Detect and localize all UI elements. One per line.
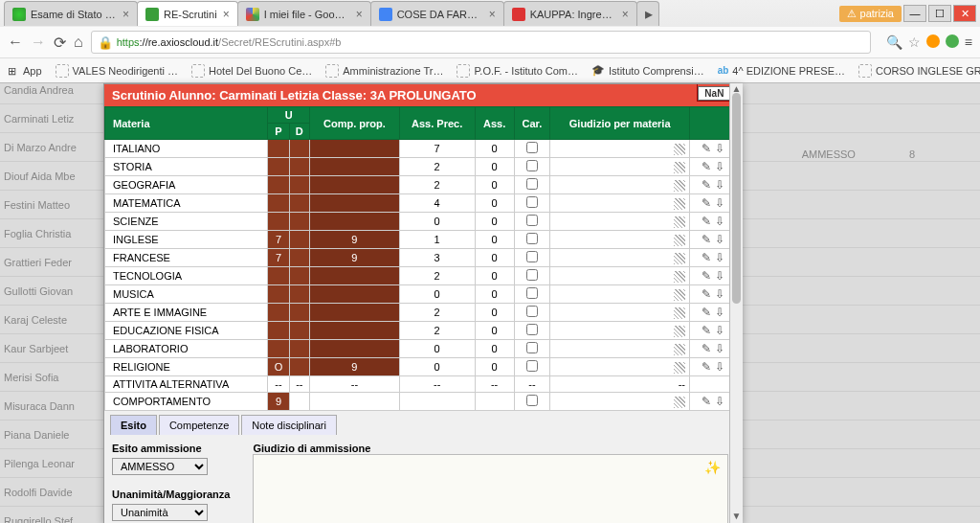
d-cell[interactable] xyxy=(289,249,310,267)
p-cell[interactable] xyxy=(268,140,289,158)
pencil-icon[interactable]: ✎ xyxy=(702,142,711,155)
p-cell[interactable] xyxy=(268,304,289,322)
p-cell[interactable]: 7 xyxy=(268,249,289,267)
d-cell[interactable] xyxy=(289,213,310,231)
comp-prop-cell[interactable] xyxy=(310,194,400,213)
car-cell[interactable] xyxy=(514,176,550,194)
tab-esito[interactable]: Esito xyxy=(110,415,157,435)
browser-tab-0[interactable]: Esame di Stato - Secondo× xyxy=(4,1,138,26)
comp-prop-cell[interactable] xyxy=(310,340,400,358)
carenza-checkbox[interactable] xyxy=(526,178,538,190)
carenza-checkbox[interactable] xyxy=(526,233,538,244)
arrow-down-icon[interactable]: ⇩ xyxy=(715,306,724,319)
d-cell[interactable] xyxy=(289,267,310,285)
carenza-checkbox[interactable] xyxy=(526,306,538,317)
arrow-down-icon[interactable]: ⇩ xyxy=(715,160,724,173)
arrow-down-icon[interactable]: ⇩ xyxy=(715,233,724,246)
tab-note-disciplinari[interactable]: Note disciplinari xyxy=(241,415,337,435)
reload-button[interactable]: ⟳ xyxy=(54,34,66,52)
comp-prop-cell[interactable] xyxy=(310,322,400,340)
resize-handle-icon[interactable] xyxy=(674,289,685,301)
pencil-icon[interactable]: ✎ xyxy=(702,196,711,210)
car-cell[interactable] xyxy=(514,213,550,231)
d-cell[interactable] xyxy=(289,340,310,358)
tab-competenze[interactable]: Competenze xyxy=(159,415,239,435)
p-cell[interactable] xyxy=(268,322,289,340)
pencil-icon[interactable]: ✎ xyxy=(702,178,711,192)
car-cell[interactable] xyxy=(514,322,550,340)
p-cell[interactable] xyxy=(268,158,289,176)
car-cell[interactable] xyxy=(514,358,550,376)
comp-prop-cell[interactable] xyxy=(310,285,400,304)
d-cell[interactable] xyxy=(289,358,310,376)
pencil-icon[interactable]: ✎ xyxy=(702,269,711,283)
resize-handle-icon[interactable] xyxy=(674,162,685,173)
resize-handle-icon[interactable] xyxy=(674,235,685,246)
car-cell[interactable] xyxy=(514,393,550,411)
scroll-down-icon[interactable]: ▼ xyxy=(730,511,743,523)
pencil-icon[interactable]: ✎ xyxy=(702,324,711,337)
resize-handle-icon[interactable] xyxy=(674,216,685,228)
arrow-down-icon[interactable]: ⇩ xyxy=(715,269,724,283)
carenza-checkbox[interactable] xyxy=(526,160,538,171)
d-cell[interactable] xyxy=(289,285,310,304)
close-icon[interactable]: × xyxy=(489,8,496,21)
search-icon[interactable]: 🔍 xyxy=(886,34,902,50)
car-cell[interactable] xyxy=(514,158,550,176)
car-cell[interactable] xyxy=(514,267,550,285)
arrow-down-icon[interactable]: ⇩ xyxy=(715,342,724,355)
p-cell[interactable]: -- xyxy=(268,376,289,393)
resize-handle-icon[interactable] xyxy=(674,362,685,374)
carenza-checkbox[interactable] xyxy=(526,251,538,262)
carenza-checkbox[interactable] xyxy=(526,142,538,153)
carenza-checkbox[interactable] xyxy=(526,196,538,208)
pencil-icon[interactable]: ✎ xyxy=(702,395,711,408)
window-close-button[interactable]: ✕ xyxy=(953,5,976,22)
car-cell[interactable] xyxy=(514,285,550,304)
d-cell[interactable] xyxy=(289,176,310,194)
comp-prop-cell[interactable]: -- xyxy=(310,376,400,393)
resize-handle-icon[interactable] xyxy=(674,198,685,210)
d-cell[interactable] xyxy=(289,304,310,322)
d-cell[interactable] xyxy=(289,194,310,213)
d-cell[interactable] xyxy=(289,322,310,340)
comp-prop-cell[interactable] xyxy=(310,140,400,158)
arrow-down-icon[interactable]: ⇩ xyxy=(715,360,724,374)
comp-prop-cell[interactable] xyxy=(310,213,400,231)
menu-icon[interactable]: ≡ xyxy=(965,34,972,50)
d-cell[interactable]: -- xyxy=(289,376,310,393)
close-icon[interactable]: × xyxy=(356,8,363,21)
car-cell[interactable] xyxy=(514,340,550,358)
resize-handle-icon[interactable] xyxy=(674,271,685,283)
resize-handle-icon[interactable] xyxy=(674,180,685,192)
browser-tab-2[interactable]: I miei file - Google Drive× xyxy=(237,1,371,26)
resize-handle-icon[interactable] xyxy=(674,344,685,355)
resize-handle-icon[interactable] xyxy=(674,326,685,337)
magic-wand-icon[interactable]: ✨ xyxy=(704,460,721,475)
arrow-down-icon[interactable]: ⇩ xyxy=(715,324,724,337)
arrow-down-icon[interactable]: ⇩ xyxy=(715,178,724,192)
pencil-icon[interactable]: ✎ xyxy=(702,251,711,264)
car-cell[interactable]: -- xyxy=(514,376,550,393)
d-cell[interactable] xyxy=(289,393,310,411)
arrow-down-icon[interactable]: ⇩ xyxy=(715,287,724,301)
forward-button[interactable]: → xyxy=(31,34,46,51)
arrow-down-icon[interactable]: ⇩ xyxy=(715,395,724,408)
browser-tab-4[interactable]: KAUPPA: Ingresso giornali× xyxy=(503,1,637,26)
resize-handle-icon[interactable] xyxy=(674,397,685,408)
scroll-thumb[interactable] xyxy=(732,93,741,304)
p-cell[interactable] xyxy=(268,194,289,213)
comp-prop-cell[interactable] xyxy=(310,304,400,322)
pencil-icon[interactable]: ✎ xyxy=(702,215,711,228)
pencil-icon[interactable]: ✎ xyxy=(702,342,711,355)
browser-tab-3[interactable]: COSE DA FARE - Docume× xyxy=(370,1,504,26)
car-cell[interactable] xyxy=(514,140,550,158)
back-button[interactable]: ← xyxy=(8,34,23,51)
p-cell[interactable]: 7 xyxy=(268,231,289,249)
close-icon[interactable]: × xyxy=(223,8,230,21)
url-field[interactable]: 🔒 https://re.axioscloud.it/Secret/REScru… xyxy=(91,31,871,54)
comp-prop-cell[interactable] xyxy=(310,158,400,176)
carenza-checkbox[interactable] xyxy=(526,360,538,372)
bookmark-0[interactable]: ⊞App xyxy=(8,65,42,77)
home-button[interactable]: ⌂ xyxy=(74,34,83,51)
